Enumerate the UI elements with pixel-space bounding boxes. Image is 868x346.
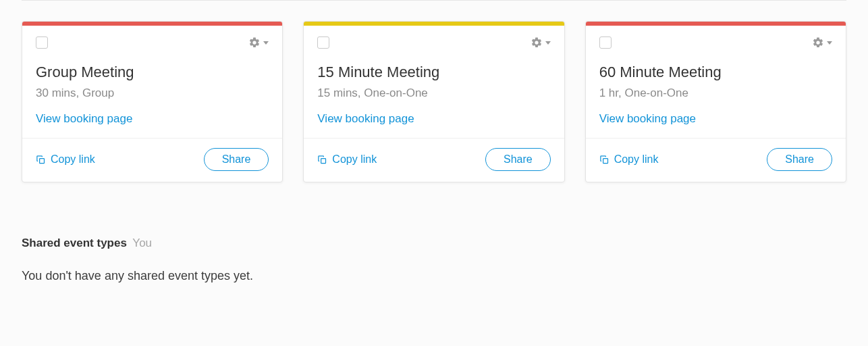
settings-menu[interactable]: [812, 36, 832, 49]
view-booking-link[interactable]: View booking page: [599, 112, 696, 126]
copy-link-button[interactable]: Copy link: [317, 153, 377, 166]
event-meta: 15 mins, One-on-One: [317, 86, 550, 100]
gear-icon: [531, 36, 543, 49]
gear-icon: [248, 36, 261, 49]
share-button[interactable]: Share: [485, 148, 551, 171]
event-meta: 30 mins, Group: [36, 86, 269, 100]
shared-event-types-section: Shared event types You You don't have an…: [22, 237, 846, 283]
divider: [22, 0, 846, 1]
shared-title: Shared event types: [22, 237, 127, 249]
event-meta: 1 hr, One-on-One: [599, 86, 832, 100]
copy-icon: [599, 155, 609, 165]
view-booking-link[interactable]: View booking page: [36, 112, 132, 126]
event-card: 60 Minute Meeting 1 hr, One-on-One View …: [585, 21, 846, 182]
select-checkbox[interactable]: [317, 36, 329, 49]
event-card: 15 Minute Meeting 15 mins, One-on-One Vi…: [303, 21, 564, 182]
event-title: 15 Minute Meeting: [317, 64, 550, 81]
svg-rect-1: [321, 158, 326, 163]
shared-subtitle: You: [132, 237, 152, 249]
event-title: Group Meeting: [36, 64, 269, 81]
gear-icon: [812, 36, 824, 49]
copy-link-label: Copy link: [51, 153, 95, 166]
svg-rect-2: [603, 158, 607, 163]
copy-link-label: Copy link: [332, 153, 377, 166]
settings-menu[interactable]: [531, 36, 551, 49]
shared-empty-message: You don't have any shared event types ye…: [22, 269, 846, 283]
view-booking-link[interactable]: View booking page: [317, 112, 414, 126]
settings-menu[interactable]: [248, 36, 269, 49]
copy-icon: [36, 155, 46, 165]
select-checkbox[interactable]: [599, 36, 612, 49]
svg-rect-0: [40, 158, 45, 163]
copy-link-label: Copy link: [614, 153, 659, 166]
event-title: 60 Minute Meeting: [599, 64, 832, 81]
copy-link-button[interactable]: Copy link: [36, 153, 95, 166]
select-checkbox[interactable]: [36, 36, 48, 49]
chevron-down-icon: [263, 41, 269, 45]
copy-link-button[interactable]: Copy link: [599, 153, 659, 166]
chevron-down-icon: [827, 41, 832, 45]
copy-icon: [317, 155, 327, 165]
share-button[interactable]: Share: [204, 148, 269, 171]
share-button[interactable]: Share: [767, 148, 832, 171]
chevron-down-icon: [545, 41, 551, 45]
event-type-cards: Group Meeting 30 mins, Group View bookin…: [22, 21, 846, 182]
event-card: Group Meeting 30 mins, Group View bookin…: [22, 21, 283, 182]
